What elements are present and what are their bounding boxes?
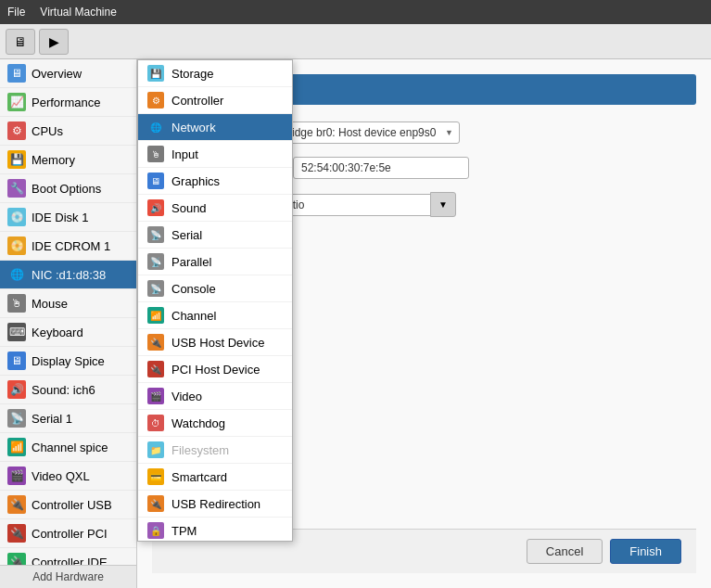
sidebar-icon-displayspice: 🖥 xyxy=(7,352,26,370)
dropdown-icon-pcihostdevice: 🔌 xyxy=(147,361,164,377)
network-source-control: Bridge br0: Host device enp9s0 xyxy=(273,121,460,144)
sidebar-icon-idedisk: 💿 xyxy=(7,208,26,226)
add-hardware-button[interactable]: Add Hardware xyxy=(0,565,136,588)
dropdown-item-tpm[interactable]: 🔒 TPM xyxy=(138,518,292,542)
sidebar-item-keyboard[interactable]: ⌨ Keyboard xyxy=(0,318,136,347)
dropdown-label-graphics: Graphics xyxy=(171,174,220,188)
sidebar-bottom: 🖥 Overview 📈 Performance ⚙ CPUs 💾 Memory… xyxy=(0,59,136,588)
mac-address-input[interactable] xyxy=(293,157,469,179)
sidebar-item-idecdrom[interactable]: 📀 IDE CDROM 1 xyxy=(0,232,136,261)
finish-button[interactable]: Finish xyxy=(610,539,681,564)
sidebar-icon-boot: 🔧 xyxy=(7,179,26,198)
menu-virtual-machine[interactable]: Virtual Machine xyxy=(40,6,117,19)
sidebar-item-ctrlusb[interactable]: 🔌 Controller USB xyxy=(0,491,136,519)
dropdown-item-sound[interactable]: 🔊 Sound xyxy=(138,195,292,222)
sidebar-label-mouse: Mouse xyxy=(32,297,68,311)
dropdown-icon-smartcard: 💳 xyxy=(147,468,164,485)
sidebar-icon-performance: 📈 xyxy=(7,93,26,111)
sidebar-item-sound[interactable]: 🔊 Sound: ich6 xyxy=(0,376,136,404)
device-model-input[interactable] xyxy=(273,194,430,216)
dropdown-icon-input: 🖱 xyxy=(147,146,164,162)
sidebar-label-idecdrom: IDE CDROM 1 xyxy=(32,239,110,253)
dropdown-icon-filesystem: 📁 xyxy=(147,441,164,458)
run-toolbar-btn[interactable]: ▶ xyxy=(39,29,69,55)
dropdown-item-graphics[interactable]: 🖥 Graphics xyxy=(138,168,292,195)
sidebar-label-displayspice: Display Spice xyxy=(32,354,105,368)
dropdown-label-sound: Sound xyxy=(171,201,207,215)
sidebar-item-overview[interactable]: 🖥 Overview xyxy=(0,59,136,88)
sidebar-label-idedisk: IDE Disk 1 xyxy=(32,211,88,224)
sidebar-icon-cpus: ⚙ xyxy=(7,121,26,140)
sidebar-item-boot[interactable]: 🔧 Boot Options xyxy=(0,174,136,203)
sidebar-label-memory: Memory xyxy=(32,153,75,167)
sidebar-item-idedisk[interactable]: 💿 IDE Disk 1 xyxy=(0,203,136,232)
sidebar-item-ctrlide[interactable]: 🔌 Controller IDE xyxy=(0,548,136,565)
dropdown-item-console[interactable]: 📡 Console xyxy=(138,275,292,302)
dropdown-item-parallel[interactable]: 📡 Parallel xyxy=(138,249,292,275)
dropdown-icon-storage: 💾 xyxy=(147,65,164,82)
dropdown-label-usbredirection: USB Redirection xyxy=(171,497,260,511)
dropdown-item-smartcard[interactable]: 💳 Smartcard xyxy=(138,464,292,491)
sidebar-item-displayspice[interactable]: 🖥 Display Spice xyxy=(0,347,136,376)
dropdown-icon-controller: ⚙ xyxy=(147,92,164,109)
sidebar-item-videoqxl[interactable]: 🎬 Video QXL xyxy=(0,462,136,491)
dropdown-label-serial: Serial xyxy=(171,228,202,242)
network-source-select[interactable]: Bridge br0: Host device enp9s0 xyxy=(273,121,460,144)
device-model-dropdown-btn[interactable]: ▼ xyxy=(430,192,456,217)
sidebar-icon-overview: 🖥 xyxy=(7,64,26,83)
dropdown-item-video[interactable]: 🎬 Video xyxy=(138,383,292,410)
sidebar-label-ctrlpci: Controller PCI xyxy=(32,527,108,541)
sidebar-label-ctrlide: Controller IDE xyxy=(32,556,108,566)
sidebar-item-memory[interactable]: 💾 Memory xyxy=(0,146,136,174)
dropdown-icon-watchdog: ⏱ xyxy=(147,415,164,431)
dropdown-label-pcihostdevice: PCI Host Device xyxy=(171,363,260,377)
dropdown-label-smartcard: Smartcard xyxy=(171,470,227,484)
sidebar-label-serial1: Serial 1 xyxy=(32,412,72,426)
dropdown-item-channel[interactable]: 📶 Channel xyxy=(138,302,292,329)
sidebar-icon-ctrlusb: 🔌 xyxy=(7,495,26,514)
sidebar-label-nic: NIC :d1:d8:38 xyxy=(32,268,106,282)
sidebar-item-serial1[interactable]: 📡 Serial 1 xyxy=(0,404,136,433)
dropdown-icon-video: 🎬 xyxy=(147,388,164,404)
sidebar-icon-idecdrom: 📀 xyxy=(7,236,26,255)
dropdown-label-channel: Channel xyxy=(171,309,216,323)
dropdown-icon-network: 🌐 xyxy=(147,119,164,135)
dropdown-label-console: Console xyxy=(171,282,216,296)
sidebar-items-list: 🖥 Overview 📈 Performance ⚙ CPUs 💾 Memory… xyxy=(0,59,136,565)
menu-file[interactable]: File xyxy=(7,6,25,19)
sidebar-item-ctrlpci[interactable]: 🔌 Controller PCI xyxy=(0,519,136,548)
dropdown-item-network[interactable]: 🌐 Network xyxy=(138,114,292,141)
sidebar-icon-channelspice: 📶 xyxy=(7,438,26,456)
dropdown-label-network: Network xyxy=(171,121,216,134)
network-source-select-wrapper: Bridge br0: Host device enp9s0 xyxy=(273,121,460,144)
dropdown-icon-usbhostdevice: 🔌 xyxy=(147,334,164,351)
dropdown-label-filesystem: Filesystem xyxy=(171,443,229,457)
sidebar-item-performance[interactable]: 📈 Performance xyxy=(0,88,136,117)
cancel-button[interactable]: Cancel xyxy=(527,539,603,564)
monitor-toolbar-btn[interactable]: 🖥 xyxy=(6,29,35,55)
menu-bar: File Virtual Machine xyxy=(0,0,711,24)
dropdown-item-serial[interactable]: 📡 Serial xyxy=(138,222,292,249)
dropdown-item-input[interactable]: 🖱 Input xyxy=(138,141,292,168)
dropdown-icon-console: 📡 xyxy=(147,280,164,297)
dropdown-item-watchdog[interactable]: ⏱ Watchdog xyxy=(138,410,292,437)
sidebar-label-videoqxl: Video QXL xyxy=(32,469,90,483)
dropdown-item-storage[interactable]: 💾 Storage xyxy=(138,60,292,87)
sidebar-icon-mouse: 🖱 xyxy=(7,294,26,313)
toolbar: 🖥 ▶ xyxy=(0,24,711,59)
sidebar-item-nic[interactable]: 🌐 NIC :d1:d8:38 xyxy=(0,261,136,289)
dropdown-item-pcihostdevice[interactable]: 🔌 PCI Host Device xyxy=(138,356,292,383)
sidebar-item-mouse[interactable]: 🖱 Mouse xyxy=(0,289,136,318)
dropdown-item-controller[interactable]: ⚙ Controller xyxy=(138,87,292,114)
mac-address-control xyxy=(273,157,469,179)
sidebar-item-channelspice[interactable]: 📶 Channel spice xyxy=(0,433,136,462)
dropdown-item-usbhostdevice[interactable]: 🔌 USB Host Device xyxy=(138,329,292,356)
dropdown-icon-tpm: 🔒 xyxy=(147,522,164,539)
sidebar: 🖥 Overview 📈 Performance ⚙ CPUs 💾 Memory… xyxy=(0,59,137,588)
sidebar-item-cpus[interactable]: ⚙ CPUs xyxy=(0,117,136,146)
sidebar-icon-serial1: 📡 xyxy=(7,409,26,428)
sidebar-icon-memory: 💾 xyxy=(7,150,26,169)
sidebar-label-cpus: CPUs xyxy=(32,124,63,138)
dropdown-item-usbredirection[interactable]: 🔌 USB Redirection xyxy=(138,491,292,518)
dropdown-label-parallel: Parallel xyxy=(171,255,211,269)
